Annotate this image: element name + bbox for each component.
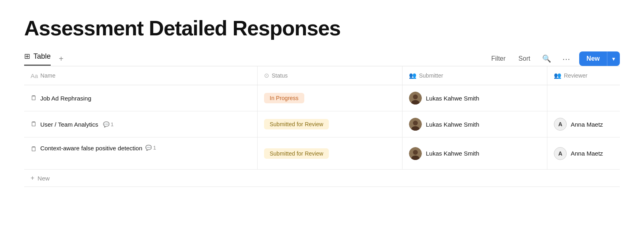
- cell-reviewer-2: A Anna Maetz: [547, 111, 620, 137]
- comment-icon: 💬: [103, 121, 109, 127]
- col-status-label: Status: [272, 72, 288, 79]
- submitter-name: Lukas Kahwe Smith: [426, 121, 479, 128]
- doc-icon: 🗒: [31, 146, 37, 153]
- row-name: Job Ad Rephrasing: [40, 95, 91, 102]
- new-button-label: New: [579, 52, 607, 66]
- table-header: Aa Name ⊙ Status 👥 Submitter 👥 Reviewer: [24, 66, 620, 85]
- table-row: 🗒 Context-aware false positive detection…: [24, 137, 620, 170]
- add-new-label: New: [37, 175, 50, 182]
- table-row: 🗒 User / Team Analytics 💬 1 Submitted fo…: [24, 111, 620, 137]
- comment-badge[interactable]: 💬 1: [145, 145, 156, 151]
- cell-status-1[interactable]: In Progress: [258, 85, 402, 111]
- col-name-label: Name: [40, 72, 55, 79]
- row-name: Context-aware false positive detection: [40, 145, 142, 152]
- svg-point-1: [413, 94, 418, 99]
- cell-reviewer-1: [547, 85, 620, 111]
- avatar: [409, 147, 422, 160]
- col-submitter-icon: 👥: [409, 72, 417, 79]
- submitter-name: Lukas Kahwe Smith: [426, 95, 479, 102]
- col-header-status[interactable]: ⊙ Status: [258, 66, 402, 85]
- tab-table[interactable]: ⊞ Table: [24, 52, 51, 66]
- sort-button[interactable]: Sort: [515, 53, 533, 65]
- col-reviewer-icon: 👥: [554, 72, 561, 79]
- doc-icon: 🗒: [31, 94, 37, 102]
- avatar: [409, 118, 422, 131]
- svg-point-7: [413, 150, 418, 155]
- cell-name-1[interactable]: 🗒 Job Ad Rephrasing: [24, 85, 258, 111]
- page-title: Assessment Detailed Responses: [24, 16, 620, 40]
- toolbar-right: Filter Sort 🔍 ··· New ▾: [488, 51, 620, 66]
- col-name-icon: Aa: [31, 72, 38, 79]
- add-view-button[interactable]: +: [56, 53, 67, 65]
- filter-button[interactable]: Filter: [488, 53, 509, 65]
- tab-table-label: Table: [33, 52, 51, 61]
- new-button-arrow[interactable]: ▾: [607, 53, 620, 65]
- submitter-name: Lukas Kahwe Smith: [426, 150, 479, 157]
- col-header-name: Aa Name: [24, 66, 258, 85]
- search-icon[interactable]: 🔍: [540, 52, 553, 66]
- cell-status-3[interactable]: Submitted for Review: [258, 137, 402, 169]
- toolbar: ⊞ Table + Filter Sort 🔍 ··· New ▾: [24, 51, 620, 66]
- toolbar-left: ⊞ Table +: [24, 52, 67, 66]
- data-table: Aa Name ⊙ Status 👥 Submitter 👥 Reviewer …: [24, 66, 620, 187]
- more-options-icon[interactable]: ···: [560, 52, 573, 66]
- cell-submitter-3: Lukas Kahwe Smith: [402, 137, 547, 169]
- status-badge: Submitted for Review: [264, 148, 329, 159]
- status-badge: In Progress: [264, 93, 304, 103]
- add-new-icon: +: [31, 174, 34, 182]
- cell-name-3[interactable]: 🗒 Context-aware false positive detection…: [24, 137, 258, 169]
- cell-name-2[interactable]: 🗒 User / Team Analytics 💬 1: [24, 111, 258, 137]
- cell-submitter-1: Lukas Kahwe Smith: [402, 85, 547, 111]
- svg-point-4: [413, 121, 418, 125]
- avatar: [409, 92, 422, 105]
- doc-icon: 🗒: [31, 121, 37, 128]
- add-new-row[interactable]: + New: [24, 170, 620, 187]
- table-icon: ⊞: [24, 52, 30, 61]
- comment-count: 1: [111, 121, 114, 127]
- col-reviewer-label: Reviewer: [564, 72, 587, 79]
- col-header-reviewer: 👥 Reviewer: [547, 66, 620, 85]
- comment-count: 1: [153, 145, 156, 151]
- avatar: A: [554, 147, 567, 160]
- comment-badge[interactable]: 💬 1: [103, 121, 114, 127]
- col-status-icon: ⊙: [264, 72, 269, 79]
- reviewer-name: Anna Maetz: [571, 150, 603, 157]
- cell-status-2[interactable]: Submitted for Review: [258, 111, 402, 137]
- cell-submitter-2: Lukas Kahwe Smith: [402, 111, 547, 137]
- table-row: 🗒 Job Ad Rephrasing In Progress Lukas Ka…: [24, 85, 620, 111]
- status-badge: Submitted for Review: [264, 119, 329, 129]
- reviewer-name: Anna Maetz: [571, 121, 603, 128]
- avatar: A: [554, 118, 567, 131]
- comment-icon: 💬: [145, 145, 152, 151]
- row-name: User / Team Analytics: [40, 121, 98, 128]
- col-submitter-label: Submitter: [419, 72, 443, 79]
- col-header-submitter: 👥 Submitter: [402, 66, 547, 85]
- new-button[interactable]: New ▾: [579, 51, 620, 66]
- cell-reviewer-3: A Anna Maetz: [547, 137, 620, 169]
